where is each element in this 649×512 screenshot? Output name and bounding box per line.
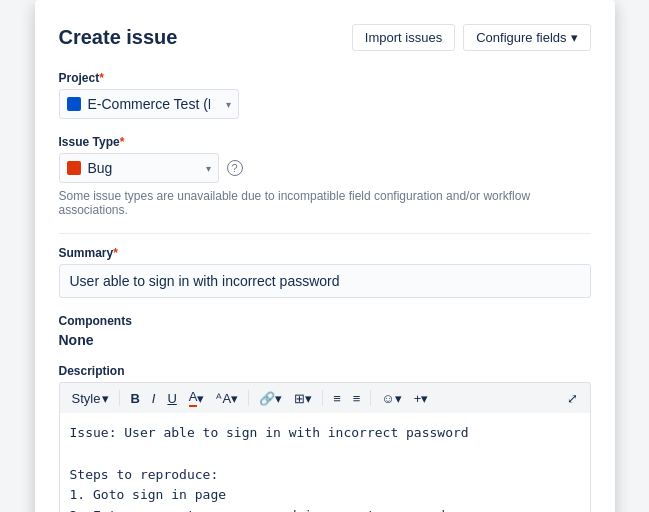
description-toolbar: Style ▾ B I U A ▾ ᴬA ▾ 🔗 ▾ ⊞ ▾ <box>59 382 591 413</box>
description-field: Description Style ▾ B I U A ▾ ᴬA ▾ 🔗 ▾ <box>59 364 591 512</box>
text-color-arrow: ▾ <box>197 391 204 406</box>
configure-chevron-icon: ▾ <box>571 30 578 45</box>
configure-fields-label: Configure fields <box>476 30 566 45</box>
issue-type-info-text: Some issue types are unavailable due to … <box>59 189 591 217</box>
issue-type-row: Bug ▾ ? <box>59 153 591 183</box>
toolbar-separator-1 <box>119 390 120 406</box>
issue-type-field: Issue Type* Bug ▾ ? Some issue types are… <box>59 135 591 217</box>
text-color-label: A <box>189 389 198 407</box>
project-select[interactable]: E-Commerce Test (ECT) <box>59 89 239 119</box>
underline-button[interactable]: U <box>163 389 180 408</box>
project-field: Project* E-Commerce Test (ECT) ▾ <box>59 71 591 119</box>
italic-button[interactable]: I <box>148 389 160 408</box>
required-star: * <box>99 71 104 85</box>
components-field: Components None <box>59 314 591 348</box>
description-label: Description <box>59 364 591 378</box>
issue-type-required-star: * <box>120 135 125 149</box>
description-textarea[interactable]: Issue: User able to sign in with incorre… <box>59 413 591 512</box>
toolbar-separator-4 <box>370 390 371 406</box>
style-dropdown[interactable]: Style ▾ <box>68 389 114 408</box>
issue-type-help-icon[interactable]: ? <box>227 160 243 176</box>
description-wrapper: Issue: User able to sign in with incorre… <box>59 413 591 512</box>
emoji-button[interactable]: ☺ ▾ <box>377 389 405 408</box>
components-value: None <box>59 332 591 348</box>
summary-required-star: * <box>113 246 118 260</box>
issue-type-select[interactable]: Bug <box>59 153 219 183</box>
import-issues-button[interactable]: Import issues <box>352 24 455 51</box>
summary-label: Summary* <box>59 246 591 260</box>
summary-field: Summary* <box>59 246 591 298</box>
create-issue-modal: Create issue Import issues Configure fie… <box>35 0 615 512</box>
project-icon <box>67 97 81 111</box>
issue-type-label: Issue Type* <box>59 135 591 149</box>
modal-title: Create issue <box>59 26 178 49</box>
bug-icon <box>67 161 81 175</box>
more-button[interactable]: + ▾ <box>410 389 433 408</box>
link-button[interactable]: 🔗 ▾ <box>255 389 286 408</box>
expand-button[interactable]: ⤢ <box>563 389 582 408</box>
font-size-button[interactable]: ᴬA ▾ <box>212 389 242 408</box>
attachment-button[interactable]: ⊞ ▾ <box>290 389 316 408</box>
configure-fields-button[interactable]: Configure fields ▾ <box>463 24 590 51</box>
toolbar-separator-2 <box>248 390 249 406</box>
project-select-wrapper: E-Commerce Test (ECT) ▾ <box>59 89 239 119</box>
numbered-list-button[interactable]: ≡ <box>349 389 365 408</box>
toolbar-separator-3 <box>322 390 323 406</box>
bold-button[interactable]: B <box>126 389 143 408</box>
components-label: Components <box>59 314 591 328</box>
style-label: Style <box>72 391 101 406</box>
expand-icon: ⤢ <box>567 391 578 406</box>
project-label: Project* <box>59 71 591 85</box>
modal-header: Create issue Import issues Configure fie… <box>59 24 591 51</box>
style-chevron-icon: ▾ <box>102 391 109 406</box>
issue-type-select-wrapper: Bug ▾ <box>59 153 219 183</box>
bullet-list-button[interactable]: ≡ <box>329 389 345 408</box>
summary-input[interactable] <box>59 264 591 298</box>
divider-1 <box>59 233 591 234</box>
header-actions: Import issues Configure fields ▾ <box>352 24 591 51</box>
text-color-button[interactable]: A ▾ <box>185 387 209 409</box>
